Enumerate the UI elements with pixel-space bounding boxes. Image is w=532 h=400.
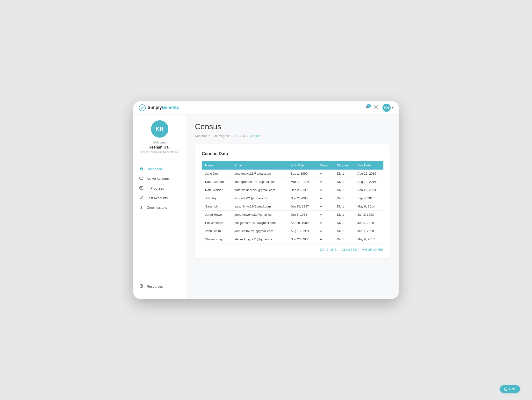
welcome-text: Welcome, [153, 141, 167, 144]
cell-birth_date: Dec 25, 1999 [287, 186, 317, 194]
cell-name: Kate Graham [202, 178, 231, 186]
census-table: Name Email Birth Date Class Division Hir… [202, 161, 383, 243]
cell-hire_date: Sep 8, 2018 [354, 194, 383, 202]
table-row[interactable]: Jane Doejane.doe+s21@gmail.comSep 1, 199… [202, 170, 383, 178]
cell-class: A [317, 186, 334, 194]
sidebar-item-dashboard[interactable]: Dashboard [133, 164, 186, 174]
cell-email: john.smith+s21@gmail.com [231, 227, 287, 235]
table-wrapper: Name Email Birth Date Class Division Hir… [202, 161, 383, 243]
col-class: Class [317, 161, 334, 170]
cell-division: Div 1 [333, 186, 354, 194]
cell-name: Sarah Lin [202, 202, 231, 211]
cell-division: Div 1 [333, 211, 354, 219]
sidebar-item-in-progress[interactable]: In Progress [133, 184, 186, 193]
breadcrumb-dashboard[interactable]: Dashboard [195, 134, 210, 138]
col-hire-date: Hire Date [354, 161, 383, 170]
sidebar-item-resources[interactable]: Resources [133, 282, 186, 291]
cell-name: Jared Howe [202, 211, 231, 219]
list-icon [139, 186, 144, 191]
table-body: Jane Doejane.doe+s21@gmail.comSep 1, 199… [202, 170, 383, 243]
cell-division: Div 1 [333, 202, 354, 211]
col-division: Division [333, 161, 354, 170]
notification-badge: 4 [367, 104, 371, 108]
svg-rect-5 [140, 186, 143, 189]
sidebar-label-resources: Resources [147, 285, 163, 288]
breadcrumb-census: Census [250, 134, 260, 138]
sidebar-label-commissions: Commissions [147, 206, 167, 209]
cell-class: A [317, 219, 334, 227]
sidebar-label-lost-accounts: Lost Accounts [147, 196, 168, 200]
svg-rect-9 [141, 197, 142, 199]
table-row[interactable]: Jared Howejared.howe+s21@gmail.comJun 3,… [202, 211, 383, 219]
col-name: Name [202, 161, 231, 170]
card-title: Census Data [202, 151, 383, 156]
help-label: Help [509, 387, 516, 391]
cell-division: Div 1 [333, 227, 354, 235]
sidebar: KH Welcome, Keenan Hall keenan.hall@simp… [133, 114, 186, 299]
gear-icon [374, 105, 379, 109]
cell-birth_date: Aug 15, 1991 [287, 227, 317, 235]
cell-birth_date: Apr 28, 1989 [287, 219, 317, 227]
add-employee-label: EMPLOYEE [365, 248, 383, 251]
help-button[interactable]: ? Help [500, 385, 520, 393]
table-row[interactable]: John Smithjohn.smith+s21@gmail.comAug 15… [202, 227, 383, 235]
cell-hire_date: Aug 19, 2016 [354, 178, 383, 186]
table-row[interactable]: Sarah Linsarah.lin+s21@gmail.comJun 25, … [202, 202, 383, 211]
chevron-down-icon: ▾ [392, 106, 393, 109]
settings-button[interactable] [374, 105, 379, 111]
cell-class: A [317, 178, 334, 186]
cell-name: Jane Doe [202, 170, 231, 178]
breadcrumb-sep-3: › [247, 134, 248, 138]
table-header: Name Email Birth Date Class Division Hir… [202, 161, 383, 170]
user-menu[interactable]: KH ▾ [382, 104, 393, 112]
table-row[interactable]: Kate Grahamkate.graham+s21@gmail.comMar … [202, 178, 383, 186]
cell-hire_date: Aug 15, 2019 [354, 170, 383, 178]
svg-text:?: ? [505, 388, 507, 391]
cell-class: A [317, 170, 334, 178]
device-frame: SimplyBenefits 4 KH ▾ [133, 101, 399, 299]
classes-button[interactable]: CLASSES [342, 248, 357, 251]
cell-class: A [317, 235, 334, 243]
main-layout: KH Welcome, Keenan Hall keenan.hall@simp… [133, 114, 399, 299]
col-birth-date: Birth Date [287, 161, 317, 170]
chart-icon [139, 196, 144, 200]
avatar: KH [151, 120, 168, 138]
cell-name: Jim Ray [202, 194, 231, 202]
cell-birth_date: Nov 2, 2000 [287, 194, 317, 202]
cell-division: Div 1 [333, 178, 354, 186]
cell-class: A [317, 202, 334, 211]
table-actions: DIVISIONS CLASSES + EMPLOYEE [202, 247, 383, 252]
cell-name: Nate Welder [202, 186, 231, 194]
cell-email: kate.graham+s21@gmail.com [231, 178, 287, 186]
table-row[interactable]: Nate Weldernate.welder+s21@gmail.comDec … [202, 186, 383, 194]
svg-rect-3 [140, 177, 143, 179]
table-row[interactable]: Jim Rayjim.ray+s21@gmail.comNov 2, 2000A… [202, 194, 383, 202]
table-row[interactable]: Stacey Kingstacey.king+s21@gmail.comNov … [202, 235, 383, 243]
sidebar-label-in-progress: In Progress [147, 186, 164, 190]
breadcrumb-in-progress[interactable]: In Progress [214, 134, 230, 138]
cell-name: Phil Johnson [202, 219, 231, 227]
sidebar-item-lost-accounts[interactable]: Lost Accounts [133, 193, 186, 203]
divisions-button[interactable]: DIVISIONS [320, 248, 337, 251]
cell-hire_date: May 6, 2017 [354, 235, 383, 243]
sidebar-bottom: Resources [133, 280, 186, 293]
svg-point-2 [375, 106, 377, 108]
cell-name: John Smith [202, 227, 231, 235]
cell-birth_date: Nov 26, 2000 [287, 235, 317, 243]
breadcrumb-sep-2: › [232, 134, 233, 138]
sidebar-item-active-accounts[interactable]: Active Accounts [133, 174, 186, 184]
add-employee-button[interactable]: + EMPLOYEE [362, 247, 383, 252]
sidebar-item-commissions[interactable]: $ Commissions [133, 203, 186, 212]
cell-class: A [317, 227, 334, 235]
book-icon [139, 284, 144, 289]
page-title: Census [195, 122, 390, 131]
user-email: keenan.hall@simplybenefits.ca [141, 150, 178, 153]
svg-rect-8 [140, 198, 141, 199]
table-row[interactable]: Phil Johnsonphil.johnson+s21@gmail.comAp… [202, 219, 383, 227]
cell-email: stacey.king+s21@gmail.com [231, 235, 287, 243]
breadcrumb-sep-1: › [212, 134, 213, 138]
notification-button[interactable]: 4 [365, 105, 370, 111]
cell-division: Div 1 [333, 194, 354, 202]
breadcrumb-abc-co[interactable]: ABC Co [234, 134, 246, 138]
cell-email: nate.welder+s21@gmail.com [231, 186, 287, 194]
